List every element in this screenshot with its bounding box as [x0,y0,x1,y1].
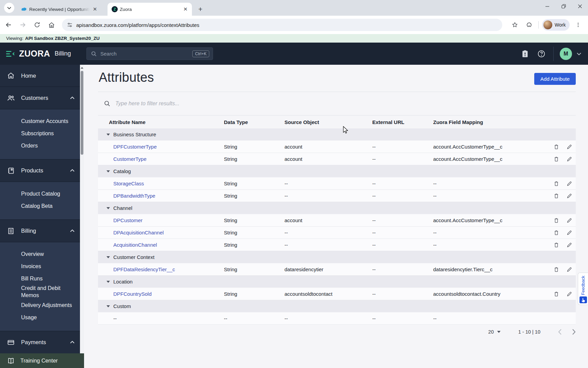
attribute-name-link[interactable]: StorageClass [113,181,144,186]
attribute-name-link[interactable]: DPAcquisitionChannel [113,230,164,235]
sidebar-item-overview[interactable]: Overview [0,248,80,260]
table-row: DPFDataResidencyTier__cStringdataresiden… [98,263,576,276]
edit-attribute-icon[interactable] [566,193,572,199]
restore-window-icon[interactable] [555,0,572,12]
source-object-cell: account [284,156,372,162]
group-row-customer-context[interactable]: Customer Context [98,251,576,263]
delete-attribute-icon[interactable] [553,266,559,273]
table-row: CustomerTypeStringaccount--account.AccCu… [98,153,576,165]
minimize-window-icon[interactable] [539,0,555,12]
group-row-location[interactable]: Location [98,276,576,288]
page-size-select[interactable]: 20 [488,329,501,335]
collapse-triangle-icon[interactable] [107,305,110,307]
sidebar-subnav-billing: OverviewInvoicesBill RunsCredit and Debi… [0,242,80,331]
global-search-input[interactable]: Search Ctrl+K [86,47,213,60]
delete-attribute-icon[interactable] [553,242,559,248]
browser-tab-zuora[interactable]: Z Zuora ✕ [108,3,192,16]
sidebar-item-subscriptions[interactable]: Subscriptions [0,127,80,139]
delete-attribute-icon[interactable] [553,193,559,199]
feedback-widget[interactable]: Feedback [578,273,588,305]
previous-page-icon[interactable] [558,329,562,335]
delete-attribute-icon[interactable] [553,291,559,297]
collapse-triangle-icon[interactable] [107,281,110,283]
group-row-custom[interactable]: Custom [98,300,576,312]
sidebar-item-payments[interactable]: Payments [0,331,80,353]
group-row-business-structure[interactable]: Business Structure [98,128,576,141]
sidebar-item-customers[interactable]: Customers [0,87,80,109]
forward-icon[interactable] [17,19,29,31]
add-attribute-button[interactable]: Add Attribute [534,73,576,85]
edit-attribute-icon[interactable] [566,242,572,248]
close-tab-icon[interactable]: ✕ [92,6,98,12]
collapse-triangle-icon[interactable] [107,170,110,172]
edit-attribute-icon[interactable] [566,144,572,150]
group-row-channel[interactable]: Channel [98,202,576,214]
tab-search-button[interactable] [4,3,14,13]
attribute-name-link[interactable]: DPFDataResidencyTier__c [113,266,175,272]
sidebar-item-orders[interactable]: Orders [0,139,80,152]
sidebar-item-products[interactable]: Products [0,159,80,182]
scrollbar-thumb[interactable] [81,71,83,155]
chevron-up-icon [70,96,75,99]
delete-attribute-icon[interactable] [553,217,559,224]
collapse-triangle-icon[interactable] [107,207,110,209]
sidebar-scrollbar[interactable] [80,65,84,353]
extensions-puzzle-icon[interactable] [523,19,535,31]
edit-attribute-icon[interactable] [566,181,572,187]
search-placeholder: Search [100,51,192,57]
user-avatar[interactable]: M [560,48,572,60]
site-info-icon[interactable] [67,22,73,28]
edit-attribute-icon[interactable] [566,266,572,273]
close-window-icon[interactable] [572,0,588,12]
next-page-icon[interactable] [572,329,576,335]
sidebar-item-catalog-beta[interactable]: Catalog Beta [0,200,80,212]
attribute-name-link[interactable]: AcquisitionChannel [113,242,157,248]
collapse-triangle-icon[interactable] [107,256,110,258]
sidebar-item-customer-accounts[interactable]: Customer Accounts [0,115,80,127]
release-notes-icon[interactable] [521,49,529,58]
reload-icon[interactable] [31,19,43,31]
group-row-catalog[interactable]: Catalog [98,165,576,178]
help-icon[interactable] [537,49,546,58]
browser-tab-salesforce[interactable]: Recently Viewed | Opportunitie ✕ [17,3,101,16]
delete-attribute-icon[interactable] [553,230,559,236]
sidebar-item-credit-and-debit-memos[interactable]: Credit and Debit Memos [0,285,80,299]
edit-attribute-icon[interactable] [566,291,572,297]
browser-menu-icon[interactable] [572,19,584,31]
address-bar[interactable]: apisandbox.zuora.com/platform/apps/conte… [62,19,502,31]
back-icon[interactable] [3,19,14,31]
home-icon[interactable] [46,19,57,31]
collapse-triangle-icon[interactable] [107,134,110,136]
sidebar-item-product-catalog[interactable]: Product Catalog [0,187,80,200]
sidebar-collapse-icon[interactable] [5,50,15,58]
sidebar-item-billing[interactable]: Billing [0,219,80,242]
sidebar-item-delivery-adjustments[interactable]: Delivery Adjustments [0,299,80,311]
edit-attribute-icon[interactable] [566,156,572,162]
attribute-name-link[interactable]: DPCustomer [113,217,143,223]
delete-attribute-icon[interactable] [553,156,559,162]
bookmark-star-icon[interactable] [509,19,521,31]
sidebar-subnav-products: Product CatalogCatalog Beta [0,182,80,219]
attribute-name-link[interactable]: CustomerType [113,156,147,162]
attribute-name-link[interactable]: DPFCountrySold [113,291,152,297]
zuora-field-mapping-cell: -- [433,230,548,235]
filter-bar[interactable]: Type here to filter results... [98,92,576,116]
edit-attribute-icon[interactable] [566,230,572,236]
browser-profile-button[interactable]: Work [542,19,570,31]
sidebar-item-invoices[interactable]: Invoices [0,260,80,272]
delete-attribute-icon[interactable] [553,144,559,150]
attribute-name-link[interactable]: DPBandwidthType [113,193,155,199]
new-tab-button[interactable]: + [195,4,206,14]
scroll-up-arrow-icon[interactable] [81,66,83,69]
edit-attribute-icon[interactable] [566,217,572,224]
sidebar-item-usage[interactable]: Usage [0,311,80,323]
source-object-cell: -- [284,193,372,199]
header-separator [553,47,554,61]
attribute-name-link[interactable]: DPFCustomerType [113,144,157,150]
sidebar-item-bill-runs[interactable]: Bill Runs [0,272,80,285]
close-tab-icon[interactable]: ✕ [182,6,189,12]
delete-attribute-icon[interactable] [553,181,559,187]
sidebar-item-training-center[interactable]: Training Center [0,353,85,368]
sidebar-item-home[interactable]: Home [0,65,80,87]
user-menu-caret-icon[interactable] [577,52,581,55]
